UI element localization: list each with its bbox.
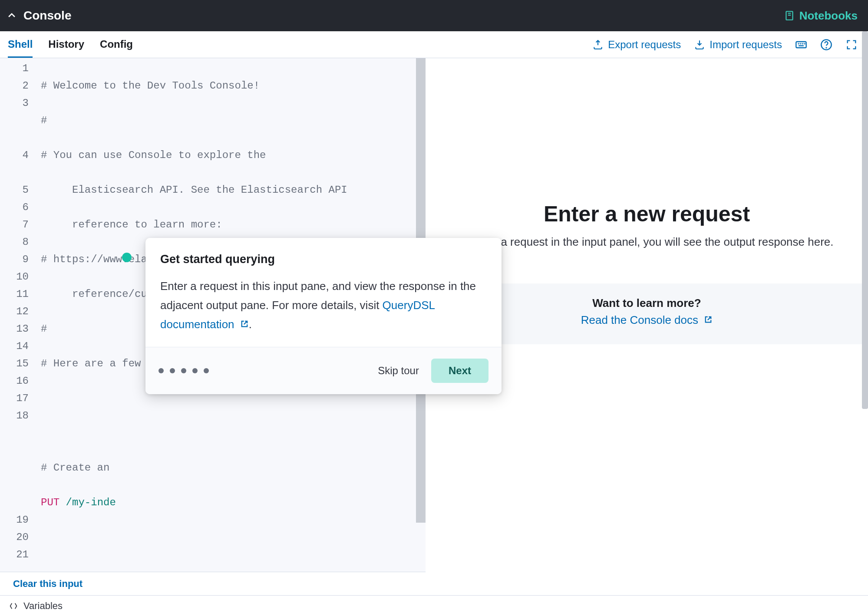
- tab-history[interactable]: History: [48, 31, 84, 58]
- export-icon: [592, 39, 604, 50]
- tab-config[interactable]: Config: [100, 31, 133, 58]
- console-docs-label: Read the Console docs: [581, 313, 698, 326]
- tab-shell[interactable]: Shell: [8, 31, 33, 58]
- fullscreen-icon[interactable]: [845, 39, 858, 51]
- notebooks-link[interactable]: Notebooks: [784, 9, 858, 23]
- page-scrollbar[interactable]: [862, 31, 868, 409]
- dot-icon: [158, 368, 164, 373]
- code-path: /my-inde: [59, 497, 116, 508]
- code-method: PUT: [41, 497, 59, 508]
- svg-point-7: [805, 43, 805, 44]
- import-icon: [694, 39, 705, 50]
- external-link-icon: [240, 315, 249, 334]
- code-comment: # You can use Console to explore the: [41, 149, 266, 161]
- skip-tour-button[interactable]: Skip tour: [378, 365, 419, 377]
- keyboard-shortcuts-icon[interactable]: [795, 39, 807, 51]
- svg-rect-3: [796, 42, 806, 48]
- svg-point-10: [826, 47, 826, 48]
- svg-point-4: [799, 43, 799, 44]
- code-comment: # Create an: [41, 462, 109, 474]
- notebooks-icon: [784, 10, 795, 21]
- variables-icon: [9, 601, 18, 611]
- external-link-icon: [704, 313, 713, 327]
- variables-bar[interactable]: Variables: [0, 595, 868, 616]
- export-label: Export requests: [608, 39, 681, 51]
- line-gutter: 123456789101112131415161718192021: [0, 58, 41, 572]
- svg-point-6: [802, 43, 803, 44]
- help-icon[interactable]: [820, 39, 832, 51]
- notebooks-label: Notebooks: [799, 9, 858, 23]
- code-comment: #: [41, 115, 47, 126]
- dot-icon: [181, 368, 186, 373]
- code-comment: reference to learn more:: [41, 216, 426, 234]
- output-heading: Enter a new request: [544, 201, 750, 227]
- dot-icon: [204, 368, 209, 373]
- console-title: Console: [23, 9, 71, 23]
- import-label: Import requests: [710, 39, 782, 51]
- tour-title: Get started querying: [160, 253, 487, 266]
- code-comment: #: [41, 323, 47, 335]
- console-header: Console Notebooks: [0, 0, 868, 31]
- dot-icon: [192, 368, 198, 373]
- export-requests-button[interactable]: Export requests: [592, 39, 681, 51]
- code-comment: # Welcome to the Dev Tools Console!: [41, 80, 260, 92]
- next-button[interactable]: Next: [431, 359, 488, 383]
- tour-popover: Get started querying Enter a request in …: [145, 238, 502, 394]
- code-comment: Elasticsearch API. See the Elasticsearch…: [41, 181, 426, 199]
- tour-beacon-icon: [122, 253, 132, 262]
- dot-icon: [170, 368, 175, 373]
- collapse-console-icon[interactable]: [7, 11, 17, 20]
- toolbar: Shell History Config Export requests Imp…: [0, 31, 868, 58]
- import-requests-button[interactable]: Import requests: [694, 39, 782, 51]
- clear-input-link[interactable]: Clear this input: [0, 572, 426, 595]
- svg-point-5: [800, 43, 801, 44]
- tour-step-dots: [158, 368, 209, 373]
- output-description: you run a request in the input panel, yo…: [460, 235, 833, 249]
- tour-body-end: .: [249, 318, 252, 331]
- variables-label: Variables: [23, 600, 63, 612]
- tour-body: Enter a request in this input pane, and …: [160, 277, 487, 334]
